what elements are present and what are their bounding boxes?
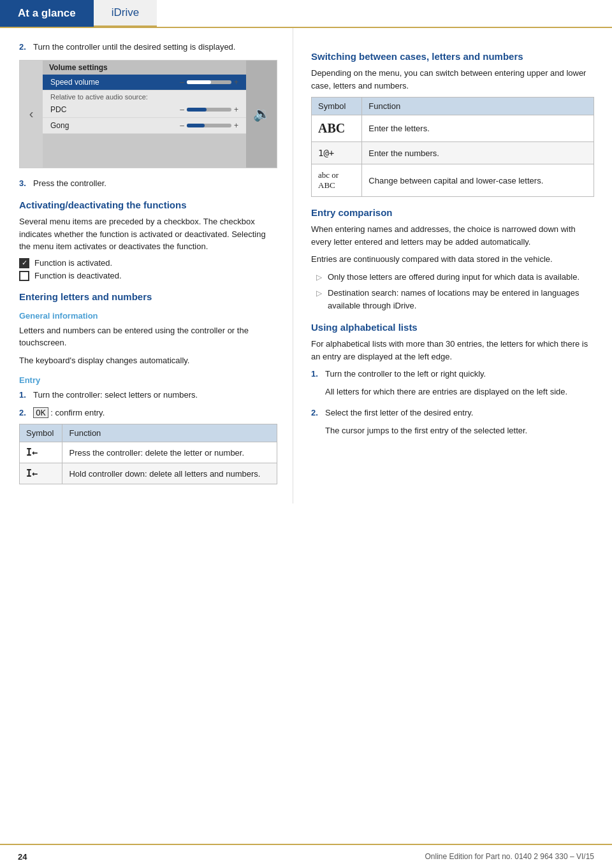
left-symbol-table: Symbol Function I← Press the controller:… <box>19 424 277 484</box>
bullet-item-1: ▷ Only those letters are offered during … <box>311 271 594 284</box>
relative-label: Relative to active audio source: <box>43 90 246 102</box>
right-symbol-table: Symbol Function ABC Enter the letters. 1… <box>311 97 594 197</box>
right-symbol-1: ABC <box>312 115 362 142</box>
checkbox-deactivated-label: Function is deactivated. <box>34 271 122 280</box>
nums-symbol: 1@+ <box>318 148 334 158</box>
pdc-label: PDC <box>50 105 180 114</box>
edition-text: Online Edition for Part no. 0140 2 964 3… <box>425 852 594 861</box>
gong-fill <box>187 124 205 127</box>
left-arrow-button[interactable]: ‹ <box>20 61 43 168</box>
delete-symbol-1: I← <box>26 447 38 458</box>
entry-step-2-text: OK : confirm entry. <box>33 407 277 419</box>
switching-section-heading: Switching between cases, letters and num… <box>311 51 594 62</box>
table-col1-header: Symbol <box>20 424 62 442</box>
alpha-step-2-content: Select the first letter of the desired e… <box>325 407 594 440</box>
entry-step-1-text: Turn the controller: select letters or n… <box>33 389 277 401</box>
speed-volume-slider-area: – + <box>180 78 238 87</box>
ok-symbol: OK <box>33 407 48 418</box>
gong-row[interactable]: Gong – + <box>43 118 246 134</box>
entry-step-2: 2. OK : confirm entry. <box>19 407 277 419</box>
main-content: 2. Turn the controller until the desired… <box>0 28 612 503</box>
alpha-step-1-number: 1. <box>311 368 325 401</box>
delete-symbol-2: I← <box>26 468 38 479</box>
alpha-text: For alphabetical lists with more than 30… <box>311 338 594 363</box>
header: At a glance iDrive <box>0 0 612 28</box>
general-text1: Letters and numbers can be entered using… <box>19 324 277 349</box>
entry-comparison-text2: Entries are continuously compared with d… <box>311 253 594 266</box>
table-function-2: Hold controller down: delete all letters… <box>62 463 277 484</box>
right-symbol-3: abc orABC <box>312 164 362 197</box>
step-3: 3. Press the controller. <box>19 177 277 190</box>
bullet-arrow-2: ▷ <box>316 287 328 312</box>
pdc-slider[interactable] <box>187 108 231 112</box>
pdc-fill <box>187 108 207 112</box>
alpha-step-1-text: Turn the controller to the left or right… <box>325 368 594 380</box>
gong-minus: – <box>180 121 184 130</box>
activating-text: Several menu items are preceded by a che… <box>19 215 277 253</box>
speed-minus: – <box>180 78 184 87</box>
small-abc-symbol: abc orABC <box>318 170 339 190</box>
speaker-icon-area: 🔉 <box>246 61 277 168</box>
table-row: ABC Enter the letters. <box>312 115 594 142</box>
entry-step-2-number: 2. <box>19 407 33 419</box>
left-column: 2. Turn the controller until the desired… <box>0 28 293 503</box>
table-row: I← Hold controller down: delete all lett… <box>20 463 277 484</box>
tab-at-a-glance[interactable]: At a glance <box>0 0 94 27</box>
right-table-col1-header: Symbol <box>312 98 362 115</box>
entry-step-1: 1. Turn the controller: select letters o… <box>19 389 277 401</box>
activating-section-heading: Activating/deactivating the functions <box>19 199 277 210</box>
gong-slider-area: – + <box>180 121 238 130</box>
speaker-icon: 🔉 <box>253 106 270 122</box>
pdc-minus: – <box>180 105 184 114</box>
tab-idrive[interactable]: iDrive <box>94 0 157 27</box>
step-3-number: 3. <box>19 177 33 190</box>
step-2-number: 2. <box>19 41 33 54</box>
entry-comparison-text1: When entering names and addresses, the c… <box>311 223 594 248</box>
alpha-step-2-number: 2. <box>311 407 325 440</box>
pdc-slider-area: – + <box>180 105 238 114</box>
general-text2: The keyboard's display changes automatic… <box>19 354 277 367</box>
page-number: 24 <box>18 852 27 862</box>
table-symbol-1: I← <box>20 442 62 463</box>
alpha-step-2: 2. Select the first letter of the desire… <box>311 407 594 440</box>
tab-idrive-label: iDrive <box>112 6 139 19</box>
gong-plus: + <box>234 121 238 130</box>
gong-label: Gong <box>50 121 180 130</box>
volume-settings-title: Volume settings <box>43 61 246 75</box>
alpha-lists-heading: Using alphabetical lists <box>311 322 594 333</box>
right-symbol-2: 1@+ <box>312 142 362 164</box>
table-col2-header: Function <box>62 424 277 442</box>
step-3-text: Press the controller. <box>33 177 277 190</box>
right-function-2: Enter the numbers. <box>362 142 594 164</box>
speed-volume-slider[interactable] <box>187 80 231 84</box>
entry-subheading: Entry <box>19 375 277 385</box>
entry-comparison-heading: Entry comparison <box>311 207 594 218</box>
speed-volume-label: Speed volume <box>50 78 180 87</box>
step-2-text: Turn the controller until the desired se… <box>33 41 277 54</box>
tab-at-a-glance-label: At a glance <box>18 7 76 20</box>
bullet-text-2: Destination search: names of locations m… <box>328 287 594 312</box>
speed-plus: + <box>234 78 238 87</box>
speed-volume-row[interactable]: Speed volume – + <box>43 75 246 90</box>
alpha-step-1: 1. Turn the controller to the left or ri… <box>311 368 594 401</box>
alpha-step-2-sub: The cursor jumps to the first entry of t… <box>325 424 594 437</box>
right-function-3: Change between capital and lower-case le… <box>362 164 594 197</box>
volume-settings-area: Volume settings Speed volume – + Relativ… <box>43 61 246 168</box>
checkbox-activated-row: ✓ Function is activated. <box>19 258 277 268</box>
switching-text: Depending on the menu, you can switch be… <box>311 67 594 92</box>
speed-volume-fill <box>187 80 212 84</box>
pdc-plus: + <box>234 105 238 114</box>
checkbox-unchecked-icon <box>19 271 29 281</box>
table-row: I← Press the controller: delete the lett… <box>20 442 277 463</box>
gong-slider[interactable] <box>187 124 231 127</box>
table-symbol-2: I← <box>20 463 62 484</box>
table-function-1: Press the controller: delete the letter … <box>62 442 277 463</box>
right-function-1: Enter the letters. <box>362 115 594 142</box>
checkbox-deactivated-row: Function is deactivated. <box>19 271 277 281</box>
entering-section-heading: Entering letters and numbers <box>19 291 277 302</box>
abc-symbol: ABC <box>318 121 345 135</box>
alpha-step-2-text: Select the first letter of the desired e… <box>325 407 594 419</box>
right-table-col2-header: Function <box>362 98 594 115</box>
pdc-row[interactable]: PDC – + <box>43 102 246 118</box>
entry-step-1-number: 1. <box>19 389 33 401</box>
